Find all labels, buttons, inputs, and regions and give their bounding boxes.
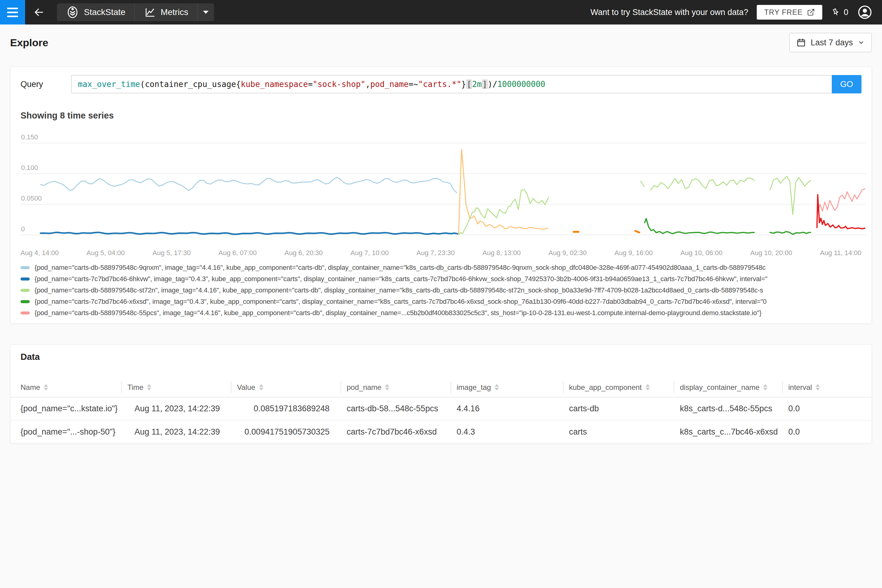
cell-Value: 0.085197183689248 [231, 397, 340, 420]
cell-Time: Aug 11, 2023, 14:22:39 [121, 420, 231, 443]
time-series-chart[interactable]: 0.1500.1000.05000 [21, 122, 866, 247]
tab-dropdown-button[interactable] [198, 3, 214, 21]
column-header-Name[interactable]: Name [10, 378, 121, 397]
tab-metrics-label: Metrics [160, 8, 188, 17]
column-label: pod_name [346, 383, 381, 392]
chart-title: Showing 8 time series [21, 111, 861, 122]
pin-icon [830, 6, 843, 19]
table-row[interactable]: {pod_name="c...kstate.io"}Aug 11, 2023, … [10, 397, 872, 420]
cell-Name: {pod_name="c...kstate.io"} [10, 397, 121, 420]
try-free-button[interactable]: TRY FREE [757, 5, 822, 20]
column-label: interval [788, 383, 812, 392]
column-header-image_tag[interactable]: image_tag [450, 378, 563, 397]
sort-icon[interactable] [44, 384, 48, 390]
legend-swatch [21, 266, 30, 269]
cell-image_tag: 0.4.3 [450, 420, 563, 443]
column-header-display_container_name[interactable]: display_container_name [674, 378, 782, 397]
column-header-kube_app_component[interactable]: kube_app_component [563, 378, 674, 397]
cell-Time: Aug 11, 2023, 14:22:39 [121, 397, 231, 420]
query-token-p: } [461, 80, 466, 89]
legend-swatch [21, 312, 30, 315]
column-header-interval[interactable]: interval [782, 378, 872, 397]
legend-swatch [21, 278, 30, 280]
try-free-label: TRY FREE [764, 8, 802, 16]
column-label: Value [237, 383, 255, 392]
y-axis-tick: 0.100 [21, 164, 38, 171]
results-table: NameTimeValuepod_nameimage_tagkube_app_c… [10, 378, 872, 443]
legend-item[interactable]: {pod_name="carts-db-588979548c-st72n", i… [21, 285, 861, 296]
legend-swatch [21, 300, 30, 303]
time-range-label: Last 7 days [811, 38, 853, 48]
series-line-carts-db-588979548c-55pcs [818, 189, 865, 213]
chevron-down-icon [203, 11, 208, 14]
cell-display_container_name: k8s_carts_c...7bc46-x6xsd [674, 420, 782, 443]
legend-item[interactable]: {pod_name="carts-7c7bd7bc46-6hkvw", imag… [21, 273, 861, 285]
query-token-brk: [ [466, 80, 472, 89]
column-header-pod_name[interactable]: pod_name [340, 378, 450, 397]
back-button[interactable] [25, 0, 52, 24]
query-token-p: { [236, 80, 241, 89]
query-token-brk: ] [482, 80, 488, 89]
legend-label: {pod_name="carts-7c7bd7bc46-x6xsd", imag… [34, 298, 766, 306]
query-token-str: "carts.*" [418, 80, 461, 89]
sort-icon[interactable] [385, 384, 389, 390]
x-axis-tick: Aug 5, 04:00 [87, 249, 125, 257]
column-header-Time[interactable]: Time [121, 378, 231, 397]
table-row[interactable]: {pod_name="...-shop-50"}Aug 11, 2023, 14… [10, 420, 872, 443]
query-label: Query [21, 80, 61, 89]
x-axis-tick: Aug 7, 23:30 [417, 249, 455, 257]
legend-item[interactable]: {pod_name="carts-db-588979548c-55pcs", i… [21, 307, 861, 318]
legend-item[interactable]: {pod_name="carts-db-588979548c-9qnxm", i… [21, 262, 861, 273]
data-card: Data NameTimeValuepod_nameimage_tagkube_… [10, 344, 872, 444]
user-avatar-icon[interactable] [857, 4, 873, 20]
pin-count: 0 [844, 8, 848, 17]
sort-icon[interactable] [646, 384, 650, 390]
top-navbar: StackState Metrics Want to try StackStat… [0, 0, 882, 24]
x-axis-tick: Aug 6, 07:00 [219, 249, 257, 257]
cell-kube_app_component: carts-db [563, 397, 674, 420]
query-token-metric: container_cpu_usage [145, 80, 236, 89]
series-line-carts (short-lived) [636, 231, 639, 232]
series-line-carts-db-588979548c-wtbgd [459, 149, 548, 234]
sort-icon[interactable] [259, 384, 263, 390]
cell-display_container_name: k8s_carts-d...548c-55pcs [674, 397, 782, 420]
query-token-p: = [308, 80, 313, 89]
series-line-carts-db-588979548c-st72n [651, 178, 754, 190]
legend-item[interactable]: {pod_name="carts-7c7bd7bc46-x6xsd", imag… [21, 296, 861, 307]
query-token-p: / [492, 80, 497, 89]
column-label: display_container_name [680, 383, 759, 392]
legend-label: {pod_name="carts-7c7bd7bc46-6hkvw", imag… [34, 275, 768, 283]
sort-icon[interactable] [495, 384, 499, 390]
x-axis-tick: Aug 10, 20:00 [750, 249, 792, 257]
column-header-Value[interactable]: Value [231, 378, 340, 397]
chart-x-axis: Aug 4, 14:00Aug 5, 04:00Aug 5, 17:30Aug … [21, 249, 861, 257]
cell-interval: 0.0 [782, 397, 872, 420]
hamburger-menu-button[interactable] [0, 0, 25, 24]
x-axis-tick: Aug 11, 14:00 [820, 249, 861, 257]
column-label: Time [128, 383, 143, 392]
series-line-carts-db (restart) [817, 195, 865, 229]
legend-label: {pod_name="carts-db-588979548c-9qnxm", i… [34, 264, 766, 272]
series-line-carts-db-588979548c-st72n [770, 176, 811, 214]
x-axis-tick: Aug 4, 14:00 [21, 249, 59, 257]
tab-metrics[interactable]: Metrics [135, 3, 197, 21]
cell-pod_name: carts-7c7bd7bc46-x6xsd [340, 420, 450, 443]
sort-icon[interactable] [147, 384, 151, 390]
x-axis-tick: Aug 6, 20:30 [285, 249, 323, 257]
promql-query-input[interactable]: max_over_time(container_cpu_usage{kube_n… [71, 75, 832, 93]
calendar-icon [796, 38, 806, 47]
time-range-selector[interactable]: Last 7 days [789, 33, 872, 52]
cell-interval: 0.0 [782, 420, 872, 443]
go-button[interactable]: GO [832, 75, 861, 93]
cell-pod_name: carts-db-58...548c-55pcs [340, 397, 450, 420]
tab-stackstate[interactable]: StackState [57, 3, 135, 21]
external-link-icon [807, 8, 815, 16]
sort-icon[interactable] [763, 384, 768, 390]
query-token-dur: 2m [472, 80, 482, 89]
sort-icon[interactable] [816, 384, 820, 390]
app-tabs: StackState Metrics [57, 3, 214, 21]
pinned-items[interactable]: 0 [831, 8, 848, 17]
query-token-label: kube_namespace [241, 80, 308, 89]
chart-legend: {pod_name="carts-db-588979548c-9qnxm", i… [21, 262, 861, 318]
legend-label: {pod_name="carts-db-588979548c-st72n", i… [34, 286, 763, 294]
